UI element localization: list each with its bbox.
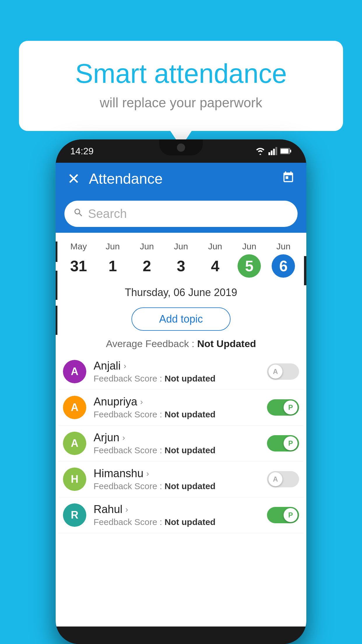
toggle-wrap[interactable]: P <box>264 399 299 416</box>
app-bar-title: Attendance <box>89 170 282 187</box>
attendance-toggle[interactable]: P <box>267 435 299 452</box>
chevron-icon: › <box>125 505 128 514</box>
svg-rect-6 <box>281 149 288 153</box>
student-info: Anjali›Feedback Score : Not updated <box>94 360 264 384</box>
bubble-subtitle: will replace your paperwork <box>42 95 320 111</box>
phone-bottom <box>56 626 306 644</box>
date-col[interactable]: Jun6 <box>266 242 301 278</box>
student-row[interactable]: AAnupriya›Feedback Score : Not updatedP <box>59 390 303 426</box>
chevron-icon: › <box>122 433 125 442</box>
day-number[interactable]: 3 <box>169 254 193 278</box>
toggle-knob: A <box>268 365 282 379</box>
month-label: Jun <box>276 242 290 251</box>
student-info: Rahul›Feedback Score : Not updated <box>94 503 264 527</box>
calendar-icon[interactable] <box>282 171 295 187</box>
toggle-wrap[interactable]: A <box>264 471 299 487</box>
status-time: 14:29 <box>70 146 94 157</box>
student-list: AAnjali›Feedback Score : Not updatedAAAn… <box>56 354 306 533</box>
toggle-knob: A <box>268 472 282 486</box>
date-col[interactable]: Jun2 <box>130 242 164 278</box>
day-number[interactable]: 6 <box>272 254 295 278</box>
toggle-knob: P <box>284 436 298 450</box>
attendance-toggle[interactable]: A <box>267 363 299 380</box>
student-row[interactable]: AArjun›Feedback Score : Not updatedP <box>59 426 303 461</box>
chevron-icon: › <box>140 397 143 407</box>
date-col[interactable]: Jun4 <box>198 242 232 278</box>
phone: 14:29 <box>56 139 306 644</box>
month-label: Jun <box>174 242 188 251</box>
side-button-3 <box>56 306 57 335</box>
search-placeholder: Search <box>88 207 127 221</box>
date-col[interactable]: Jun3 <box>164 242 198 278</box>
feedback-score: Feedback Score : Not updated <box>94 481 264 491</box>
signal-icon <box>268 147 277 155</box>
student-info: Arjun›Feedback Score : Not updated <box>94 431 264 455</box>
month-label: Jun <box>106 242 120 251</box>
camera <box>177 144 185 152</box>
avatar: A <box>63 360 86 383</box>
feedback-score: Feedback Score : Not updated <box>94 374 264 384</box>
speech-bubble-container: Smart attendance will replace your paper… <box>19 41 343 131</box>
calendar-strip: May31Jun1Jun2Jun3Jun4Jun5Jun6 <box>56 233 306 281</box>
avg-feedback: Average Feedback : Not Updated <box>56 334 306 354</box>
app-bar: ✕ Attendance <box>56 163 306 195</box>
toggle-wrap[interactable]: P <box>264 435 299 452</box>
status-bar: 14:29 <box>56 139 306 163</box>
student-name: Anjali› <box>94 360 264 372</box>
phone-wrapper: 14:29 <box>56 139 306 644</box>
volume-up-button <box>56 242 57 262</box>
day-number[interactable]: 5 <box>238 254 261 278</box>
toggle-knob: P <box>284 400 298 414</box>
student-info: Himanshu›Feedback Score : Not updated <box>94 467 264 491</box>
month-label: Jun <box>140 242 154 251</box>
power-button <box>304 256 306 285</box>
attendance-toggle[interactable]: P <box>267 399 299 416</box>
student-name: Himanshu› <box>94 467 264 480</box>
attendance-toggle[interactable]: P <box>267 507 299 523</box>
feedback-score: Feedback Score : Not updated <box>94 517 264 527</box>
speech-bubble: Smart attendance will replace your paper… <box>19 41 343 131</box>
avatar: A <box>63 396 86 419</box>
toggle-wrap[interactable]: A <box>264 363 299 380</box>
student-name: Rahul› <box>94 503 264 516</box>
avatar: A <box>63 432 86 455</box>
phone-content: Search May31Jun1Jun2Jun3Jun4Jun5Jun6 Thu… <box>56 195 306 626</box>
date-col[interactable]: Jun5 <box>232 242 266 278</box>
month-label: May <box>70 242 87 251</box>
day-number[interactable]: 4 <box>203 254 227 278</box>
selected-date: Thursday, 06 June 2019 <box>56 281 306 304</box>
search-bar[interactable]: Search <box>64 201 298 227</box>
add-topic-button[interactable]: Add topic <box>131 307 231 331</box>
month-label: Jun <box>242 242 256 251</box>
notch <box>159 139 203 155</box>
svg-rect-2 <box>273 149 275 155</box>
date-col[interactable]: Jun1 <box>96 242 130 278</box>
student-row[interactable]: RRahul›Feedback Score : Not updatedP <box>59 497 303 533</box>
feedback-score: Feedback Score : Not updated <box>94 410 264 419</box>
battery-icon <box>280 148 292 155</box>
add-topic-label: Add topic <box>159 313 203 325</box>
toggle-knob: P <box>284 508 298 522</box>
volume-down-button <box>56 271 57 300</box>
svg-rect-5 <box>290 150 291 153</box>
close-button[interactable]: ✕ <box>67 170 80 188</box>
avatar: H <box>63 468 86 491</box>
avatar: R <box>63 503 86 527</box>
bubble-title: Smart attendance <box>42 58 320 89</box>
student-row[interactable]: HHimanshu›Feedback Score : Not updatedA <box>59 461 303 497</box>
chevron-icon: › <box>146 469 149 478</box>
day-number[interactable]: 1 <box>101 254 124 278</box>
date-col[interactable]: May31 <box>61 242 96 278</box>
attendance-toggle[interactable]: A <box>267 471 299 487</box>
student-name: Anupriya› <box>94 396 264 408</box>
wifi-icon <box>255 147 266 155</box>
day-number[interactable]: 2 <box>135 254 159 278</box>
student-row[interactable]: AAnjali›Feedback Score : Not updatedA <box>59 354 303 390</box>
feedback-score: Feedback Score : Not updated <box>94 445 264 455</box>
toggle-wrap[interactable]: P <box>264 507 299 523</box>
svg-rect-3 <box>275 147 277 155</box>
student-name: Arjun› <box>94 431 264 444</box>
day-number[interactable]: 31 <box>67 254 90 278</box>
status-icons <box>255 147 292 155</box>
student-info: Anupriya›Feedback Score : Not updated <box>94 396 264 419</box>
